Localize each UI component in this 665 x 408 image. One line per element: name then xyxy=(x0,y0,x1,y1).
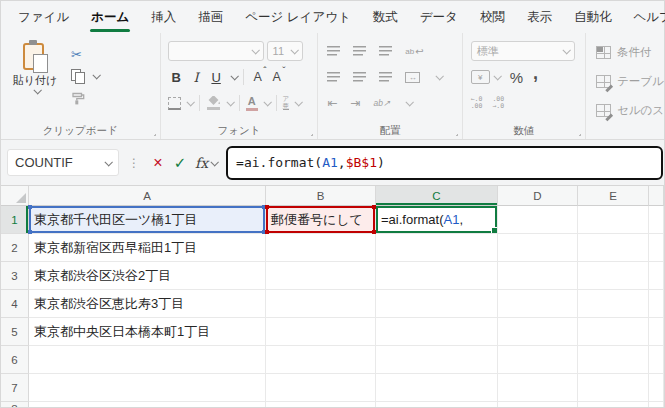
font-color-button[interactable]: A xyxy=(246,96,258,111)
cell-e7[interactable] xyxy=(578,374,649,402)
cell[interactable] xyxy=(649,234,664,262)
cell-styles-button[interactable]: セルのス xyxy=(586,96,664,125)
orientation-button[interactable]: ab↗ xyxy=(373,98,390,108)
increase-font-size-button[interactable]: Aˆ xyxy=(250,70,266,84)
borders-icon[interactable] xyxy=(168,97,181,110)
cell-c5[interactable] xyxy=(376,318,498,346)
decrease-font-size-button[interactable]: Aˇ xyxy=(269,70,285,84)
decrease-decimal-button[interactable]: .00→.0 xyxy=(492,96,504,111)
fill-handle[interactable] xyxy=(491,227,498,234)
cell-b6[interactable] xyxy=(266,346,376,374)
italic-button[interactable]: I xyxy=(188,67,205,87)
decrease-indent-button[interactable]: ⇤ xyxy=(327,97,337,109)
cell-e8[interactable] xyxy=(578,402,649,407)
underline-button[interactable]: U xyxy=(208,67,225,87)
cancel-button[interactable]: × xyxy=(147,154,169,172)
column-header-b[interactable]: B xyxy=(266,186,376,206)
cell-c2[interactable] xyxy=(376,234,498,262)
merge-center-button[interactable]: ↔ xyxy=(405,72,420,83)
cell-c7[interactable] xyxy=(376,374,498,402)
tab-home[interactable]: ホーム xyxy=(80,1,140,33)
column-header-d[interactable]: D xyxy=(498,186,578,206)
range-handle[interactable] xyxy=(265,230,269,234)
cell-d8[interactable] xyxy=(498,402,578,407)
cell-b8[interactable] xyxy=(266,402,376,407)
cell-d1[interactable] xyxy=(498,206,578,234)
cell-a4[interactable]: 東京都渋谷区恵比寿3丁目 xyxy=(29,290,266,318)
cell-a2[interactable]: 東京都新宿区西早稲田1丁目 xyxy=(29,234,266,262)
chevron-down-icon[interactable] xyxy=(92,71,100,79)
increase-decimal-button[interactable]: ←.0.00 xyxy=(471,96,483,111)
wrap-text-button[interactable]: ab↩ xyxy=(405,46,423,57)
cell[interactable] xyxy=(649,402,664,407)
cell-c3[interactable] xyxy=(376,262,498,290)
cell-c8[interactable] xyxy=(376,402,498,407)
insert-function-button[interactable]: fx xyxy=(195,155,208,171)
tab-file[interactable]: ファイル xyxy=(7,1,80,33)
dialog-launcher-icon[interactable] xyxy=(579,134,581,136)
column-header-a[interactable]: A xyxy=(29,186,266,206)
comma-style-button[interactable]: , xyxy=(533,63,538,84)
row-header-2[interactable]: 2 xyxy=(1,234,29,262)
chevron-down-icon[interactable] xyxy=(230,72,238,80)
select-all-corner[interactable] xyxy=(1,186,29,206)
cell[interactable] xyxy=(649,290,664,318)
bold-button[interactable]: B xyxy=(168,67,185,87)
cell-e4[interactable] xyxy=(578,290,649,318)
cell-a5[interactable]: 東京都中央区日本橋本町1丁目 xyxy=(29,318,266,346)
tab-automate[interactable]: 自動化 xyxy=(563,1,623,33)
dialog-launcher-icon[interactable] xyxy=(154,134,156,136)
conditional-formatting-button[interactable]: 条件付 xyxy=(586,38,664,67)
font-size-select[interactable]: 11 xyxy=(267,41,303,61)
cell-e2[interactable] xyxy=(578,234,649,262)
cell-d6[interactable] xyxy=(498,346,578,374)
cell-b2[interactable] xyxy=(266,234,376,262)
chevron-down-icon[interactable] xyxy=(493,72,501,80)
range-handle[interactable] xyxy=(265,205,269,209)
chevron-down-icon[interactable] xyxy=(405,98,413,106)
copy-button[interactable] xyxy=(71,68,99,84)
row-header-7[interactable]: 7 xyxy=(1,374,29,402)
row-header-8[interactable]: 8 xyxy=(1,402,29,407)
cell-e1[interactable] xyxy=(578,206,649,234)
cell-a7[interactable] xyxy=(29,374,266,402)
number-format-select[interactable]: 標準 xyxy=(471,41,575,61)
column-header-e[interactable]: E xyxy=(578,186,649,206)
chevron-down-icon[interactable] xyxy=(263,98,271,106)
chevron-down-icon[interactable] xyxy=(295,98,303,106)
phonetic-guide-button[interactable]: ア 亜 xyxy=(283,96,290,111)
tab-formulas[interactable]: 数式 xyxy=(362,1,409,33)
align-bottom-button[interactable] xyxy=(379,46,392,56)
cell-c1-active-editing[interactable]: =ai.format(A1, xyxy=(376,206,498,234)
align-left-button[interactable] xyxy=(327,72,340,82)
tab-view[interactable]: 表示 xyxy=(516,1,563,33)
row-header-5[interactable]: 5 xyxy=(1,318,29,346)
row-header-6[interactable]: 6 xyxy=(1,346,29,374)
chevron-down-icon[interactable] xyxy=(562,46,570,54)
column-header-partial[interactable] xyxy=(649,186,664,206)
column-header-c[interactable]: C xyxy=(376,186,498,206)
cell-c4[interactable] xyxy=(376,290,498,318)
tab-draw[interactable]: 描画 xyxy=(187,1,234,33)
cell-e5[interactable] xyxy=(578,318,649,346)
chevron-down-icon[interactable] xyxy=(186,98,194,106)
cell-b1[interactable]: 郵便番号にして xyxy=(266,206,376,234)
cell-a3[interactable]: 東京都渋谷区渋谷2丁目 xyxy=(29,262,266,290)
cell[interactable] xyxy=(649,262,664,290)
cell-d5[interactable] xyxy=(498,318,578,346)
cell-b5[interactable] xyxy=(266,318,376,346)
name-box[interactable]: COUNTIF xyxy=(7,149,119,176)
format-as-table-button[interactable]: テーブル xyxy=(586,67,664,96)
row-header-4[interactable]: 4 xyxy=(1,290,29,318)
cell-a1[interactable]: 東京都千代田区一ツ橋1丁目 xyxy=(29,206,266,234)
cut-button[interactable]: ✂ xyxy=(71,46,99,62)
font-name-select[interactable] xyxy=(168,41,264,61)
chevron-down-icon[interactable] xyxy=(226,98,234,106)
cell-b7[interactable] xyxy=(266,374,376,402)
format-painter-button[interactable] xyxy=(71,90,99,106)
dialog-launcher-icon[interactable] xyxy=(311,134,313,136)
range-handle[interactable] xyxy=(28,205,32,209)
chevron-down-icon[interactable] xyxy=(251,46,259,54)
cell-b3[interactable] xyxy=(266,262,376,290)
range-handle[interactable] xyxy=(372,230,376,234)
